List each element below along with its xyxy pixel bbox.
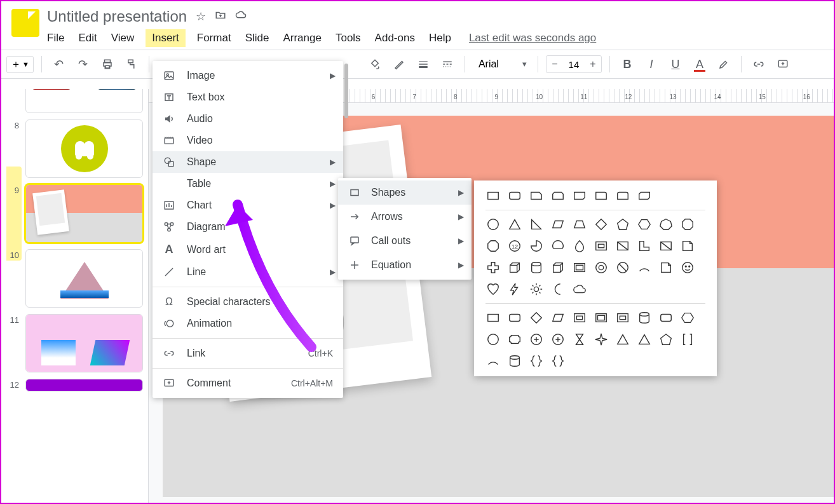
shape-option[interactable] [529,260,544,275]
shape-option[interactable] [615,217,630,232]
menu-scrollbar[interactable] [344,64,348,118]
shape-option[interactable] [485,332,501,347]
shape-option[interactable] [507,353,522,369]
shape-option[interactable]: 12 [507,238,522,254]
insert-link-button[interactable] [749,55,768,74]
shape-option[interactable] [550,260,566,275]
shape-option[interactable] [658,332,674,347]
paint-format-button[interactable] [122,55,141,74]
menu-item-video[interactable]: Video [153,130,343,151]
submenu-item-equation[interactable]: Equation ▶ [338,253,472,277]
fill-color-button[interactable] [365,55,384,74]
shape-option[interactable] [550,188,566,203]
shape-option[interactable] [615,310,630,325]
shape-option[interactable] [680,238,695,254]
shape-option[interactable] [485,282,501,297]
shape-option[interactable] [529,332,544,347]
shape-option[interactable] [572,332,587,347]
submenu-item-arrows[interactable]: Arrows ▶ [338,205,472,229]
thumbnail[interactable] [25,379,143,392]
shape-option[interactable] [680,260,695,275]
menu-edit[interactable]: Edit [78,32,97,44]
shape-option[interactable] [658,260,674,275]
menu-tools[interactable]: Tools [336,32,361,44]
shape-option[interactable] [485,353,501,369]
shape-option[interactable] [485,238,501,254]
shape-option[interactable] [615,238,630,254]
menu-file[interactable]: File [47,32,64,44]
bold-button[interactable]: B [618,55,637,74]
menu-format[interactable]: Format [197,32,231,44]
shape-option[interactable] [550,310,566,325]
shape-option[interactable] [529,217,544,232]
submenu-item-callouts[interactable]: Call outs ▶ [338,229,472,253]
star-icon[interactable]: ☆ [196,10,206,24]
shape-option[interactable] [550,353,566,369]
shape-option[interactable] [529,310,544,325]
shape-option[interactable] [550,282,566,297]
font-family-select[interactable]: Arial [473,57,530,72]
underline-button[interactable]: U [666,55,685,74]
shape-option[interactable] [615,332,630,347]
shape-option[interactable] [485,188,501,203]
print-button[interactable] [98,55,117,74]
insert-comment-button[interactable] [773,55,792,74]
shape-option[interactable] [529,353,544,369]
shape-option[interactable] [658,238,674,254]
menu-item-audio[interactable]: Audio [153,108,343,130]
menu-view[interactable]: View [111,32,135,44]
shape-option[interactable] [485,217,501,232]
move-to-folder-icon[interactable] [215,10,226,24]
shape-option[interactable] [637,310,652,325]
shape-option[interactable] [680,332,695,347]
font-size-value[interactable]: 14 [563,59,585,70]
shape-option[interactable] [550,217,566,232]
menu-item-shape[interactable]: Shape ▶ [153,151,343,173]
slides-logo[interactable] [11,9,39,37]
shape-option[interactable] [594,260,609,275]
shape-option[interactable] [637,217,652,232]
shape-option[interactable] [637,188,652,203]
menu-item-comment[interactable]: Comment Ctrl+Alt+M [153,372,343,394]
shape-option[interactable] [572,310,587,325]
shape-option[interactable] [594,332,609,347]
shape-option[interactable] [637,332,652,347]
shape-option[interactable] [529,188,544,203]
decrease-size-button[interactable]: − [546,56,563,72]
last-edit-text[interactable]: Last edit was seconds ago [469,32,596,44]
document-title[interactable]: Untitled presentation [47,8,187,25]
menu-addons[interactable]: Add-ons [375,32,415,44]
border-color-button[interactable] [390,55,409,74]
thumbnail[interactable] [25,314,143,372]
shape-option[interactable] [550,238,566,254]
thumbnail[interactable] [25,89,143,113]
shape-option[interactable] [572,282,587,297]
shape-option[interactable] [572,188,587,203]
shape-option[interactable] [507,282,522,297]
thumbnail-selected[interactable] [25,184,143,243]
shape-option[interactable] [658,310,674,325]
border-weight-button[interactable] [414,55,433,74]
shape-option[interactable] [507,188,522,203]
submenu-item-shapes[interactable]: Shapes ▶ [338,180,472,205]
shape-option[interactable] [572,217,587,232]
shape-option[interactable] [529,238,544,254]
border-dash-button[interactable] [438,55,457,74]
shape-option[interactable] [680,217,695,232]
undo-button[interactable]: ↶ [50,55,69,74]
shape-option[interactable] [615,188,630,203]
shape-option[interactable] [637,238,652,254]
thumbnail[interactable] [25,119,143,178]
shape-option[interactable] [550,332,566,347]
redo-button[interactable]: ↷ [74,55,93,74]
shape-option[interactable] [572,238,587,254]
shape-option[interactable] [594,188,609,203]
font-size-stepper[interactable]: − 14 + [546,55,602,73]
shape-option[interactable] [658,217,674,232]
shape-option[interactable] [529,282,544,297]
shape-option[interactable] [594,217,609,232]
shape-option[interactable] [572,260,587,275]
shape-option[interactable] [485,260,501,275]
menu-help[interactable]: Help [429,32,451,44]
shape-option[interactable] [507,310,522,325]
